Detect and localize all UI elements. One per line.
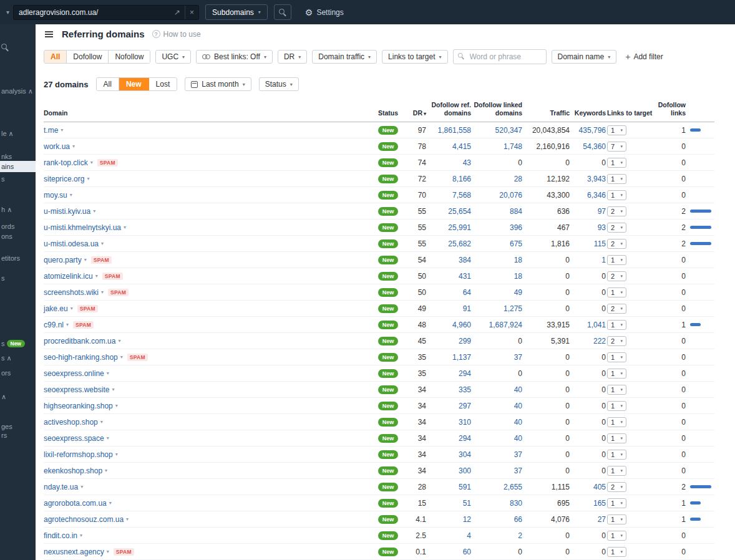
sidebar-item[interactable]: ons [1, 233, 12, 240]
segment-new[interactable]: New [119, 78, 149, 90]
domain-link[interactable]: u-misti.khmelnytskyi.ua [44, 223, 121, 232]
ref-domains-cell[interactable]: 1,861,558 [426, 126, 471, 135]
keywords-cell[interactable]: 0 [570, 418, 606, 427]
keywords-cell[interactable]: 165 [570, 499, 606, 508]
chevron-down-icon[interactable]: ▾ [120, 354, 123, 360]
keywords-cell[interactable]: 0 [570, 450, 606, 459]
word-or-phrase-input[interactable] [453, 49, 547, 64]
chevron-down-icon[interactable]: ▾ [118, 338, 120, 344]
domain-traffic-dropdown[interactable]: Domain traffic ▾ [312, 50, 377, 64]
chevron-down-icon[interactable]: ▾ [115, 403, 118, 408]
chevron-down-icon[interactable]: ▾ [61, 127, 63, 133]
keywords-cell[interactable]: 115 [570, 239, 606, 248]
domain-link[interactable]: siteprice.org [44, 175, 84, 183]
chevron-down-icon[interactable]: ▾ [112, 387, 114, 392]
keywords-cell[interactable]: 0 [570, 353, 606, 362]
links-to-target-select[interactable]: 1 ▾ [607, 352, 626, 362]
filter-dofollow[interactable]: Dofollow [67, 51, 109, 63]
keywords-cell[interactable]: 405 [570, 483, 606, 491]
ref-domains-cell[interactable]: 4,960 [426, 321, 471, 329]
ref-domains-cell[interactable]: 4 [426, 531, 471, 540]
links-to-target-select[interactable]: 2 ▾ [607, 239, 626, 249]
keywords-cell[interactable]: 0 [570, 402, 606, 410]
how-to-use-link[interactable]: ? How to use [152, 30, 201, 39]
linked-domains-cell[interactable]: 1,275 [471, 304, 522, 313]
links-to-target-select[interactable]: 1 ▾ [607, 531, 626, 541]
target-url-input[interactable] [14, 6, 170, 19]
linked-domains-cell[interactable]: 49 [471, 288, 522, 297]
links-to-target-select[interactable]: 1 ▾ [607, 190, 626, 200]
links-to-target-select[interactable]: 1 ▾ [607, 417, 626, 427]
status-dropdown[interactable]: Status ▾ [259, 77, 299, 91]
chevron-down-icon[interactable]: ▾ [126, 516, 129, 522]
chevron-down-icon[interactable]: ▾ [101, 241, 104, 246]
domain-name-dropdown[interactable]: Domain name ▾ [552, 50, 617, 64]
best-links-dropdown[interactable]: Best links: Off ▾ [196, 50, 273, 64]
segment-all[interactable]: All [97, 78, 119, 90]
ref-domains-cell[interactable]: 335 [426, 385, 471, 394]
keywords-cell[interactable]: 0 [570, 434, 606, 443]
header-dofollow-ref-domains[interactable]: Dofollow ref. domains [426, 101, 471, 117]
domain-link[interactable]: seoexpress.space [44, 434, 104, 443]
ref-domains-cell[interactable]: 299 [426, 337, 471, 345]
keywords-cell[interactable]: 97 [570, 207, 606, 216]
ref-domains-cell[interactable]: 1,137 [426, 353, 471, 362]
links-to-target-select[interactable]: 1 ▾ [607, 125, 626, 135]
linked-domains-cell[interactable]: 40 [471, 385, 522, 394]
header-status[interactable]: Status [374, 109, 402, 117]
sidebar-item-referring-domains[interactable]: ains [0, 161, 36, 172]
domain-link[interactable]: highseoranking.shop [44, 402, 113, 410]
linked-domains-cell[interactable]: 0 [471, 548, 522, 556]
domain-link[interactable]: u-misti.kyiv.ua [44, 207, 90, 216]
chevron-down-icon[interactable]: ▾ [6, 9, 9, 16]
header-dofollow-linked-domains[interactable]: Dofollow linked domains [471, 101, 522, 117]
links-to-target-select[interactable]: 1 ▾ [607, 450, 626, 460]
ref-domains-cell[interactable]: 7,568 [426, 191, 471, 200]
domain-link[interactable]: atomizelink.icu [44, 272, 93, 281]
domain-link[interactable]: moy.su [44, 191, 67, 200]
ugc-dropdown[interactable]: UGC ▾ [155, 50, 191, 64]
chevron-down-icon[interactable]: ▾ [90, 160, 93, 165]
linked-domains-cell[interactable]: 28 [471, 175, 522, 183]
ref-domains-cell[interactable]: 25,654 [426, 207, 471, 216]
linked-domains-cell[interactable]: 37 [471, 466, 522, 475]
header-domain[interactable]: Domain [44, 109, 374, 117]
header-links-to-target[interactable]: Links to target [606, 109, 655, 117]
linked-domains-cell[interactable]: 40 [471, 434, 522, 443]
ref-domains-cell[interactable]: 300 [426, 466, 471, 475]
keywords-cell[interactable]: 54,360 [570, 142, 606, 151]
keywords-cell[interactable]: 222 [570, 337, 606, 345]
links-to-target-select[interactable]: 1 ▾ [607, 174, 626, 184]
linked-domains-cell[interactable]: 0 [471, 158, 522, 167]
sidebar-item-keywords[interactable]: ords [1, 223, 14, 230]
chevron-down-icon[interactable]: ▾ [80, 484, 83, 490]
filter-all[interactable]: All [44, 51, 67, 63]
chevron-down-icon[interactable]: ▾ [87, 176, 89, 181]
segment-lost[interactable]: Lost [149, 78, 177, 90]
linked-domains-cell[interactable]: 37 [471, 353, 522, 362]
chevron-down-icon[interactable]: ▾ [115, 451, 118, 457]
domain-link[interactable]: u-misti.odesa.ua [44, 239, 99, 248]
search-icon[interactable] [1, 44, 9, 51]
sidebar-item-with-new-badge[interactable]: sNew [1, 340, 25, 347]
sidebar-item[interactable]: ors [1, 369, 11, 377]
domain-link[interactable]: agrorobota.com.ua [44, 499, 107, 508]
chevron-down-icon[interactable]: ▾ [84, 257, 87, 263]
linked-domains-cell[interactable]: 520,347 [471, 126, 522, 135]
domain-link[interactable]: seoexpress.website [44, 385, 109, 394]
domain-link[interactable]: jake.eu [44, 304, 68, 313]
sidebar-item-overview[interactable]: analysis ∧ [1, 87, 33, 95]
keywords-cell[interactable]: 0 [570, 531, 606, 540]
keywords-cell[interactable]: 435,796 [570, 126, 606, 135]
keywords-cell[interactable]: 0 [570, 272, 606, 281]
keywords-cell[interactable]: 0 [570, 158, 606, 167]
ref-domains-cell[interactable]: 91 [426, 304, 471, 313]
linked-domains-cell[interactable]: 40 [471, 418, 522, 427]
ref-domains-cell[interactable]: 25,682 [426, 239, 471, 248]
linked-domains-cell[interactable]: 884 [471, 207, 522, 216]
header-traffic[interactable]: Traffic [522, 109, 570, 117]
links-to-target-select[interactable]: 1 ▾ [607, 369, 626, 379]
ref-domains-cell[interactable]: 51 [426, 499, 471, 508]
chevron-down-icon[interactable]: ▾ [72, 143, 75, 149]
linked-domains-cell[interactable]: 0 [471, 337, 522, 345]
